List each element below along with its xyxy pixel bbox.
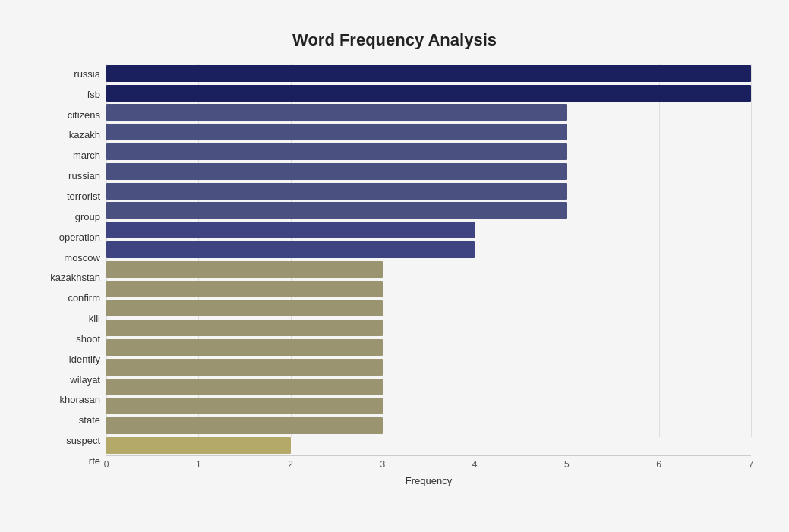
y-label-citizens: citizens (68, 110, 100, 120)
bar-row-terrorist (106, 181, 751, 201)
x-tick-7: 7 (749, 459, 754, 470)
bar-identify (106, 339, 383, 356)
x-tick-1: 1 (196, 459, 201, 470)
x-axis-label: Frequency (106, 475, 751, 490)
bar-rfe (106, 437, 291, 454)
bar-row-march (106, 142, 751, 162)
y-labels: russiafsbcitizenskazakhmarchrussianterro… (38, 64, 106, 490)
bars-area (106, 64, 751, 455)
bar-row-kill (106, 299, 751, 319)
bar-khorasan (106, 379, 383, 395)
y-label-rfe: rfe (89, 456, 100, 466)
y-label-state: state (79, 415, 100, 425)
bar-row-citizens (106, 103, 751, 123)
chart-container: Word Frequency Analysis russiafsbcitizen… (15, 15, 774, 532)
y-label-russian: russian (68, 171, 100, 181)
x-tick-4: 4 (472, 459, 478, 470)
y-label-shoot: shoot (76, 334, 100, 344)
bar-group (106, 202, 567, 219)
bar-row-kazakhstan (106, 260, 751, 279)
x-tick-0: 0 (104, 459, 109, 470)
x-tick-5: 5 (564, 459, 570, 470)
y-label-terrorist: terrorist (67, 191, 100, 201)
bar-row-kazakh (106, 122, 751, 142)
bar-russian (106, 163, 567, 180)
bar-row-identify (106, 338, 751, 357)
bar-row-suspect (106, 416, 751, 436)
bar-row-wilayat (106, 357, 751, 377)
y-label-group: group (75, 212, 100, 222)
x-axis: 01234567 (106, 455, 751, 474)
bar-kazakh (106, 124, 567, 140)
grid-line-7 (751, 64, 752, 437)
bar-citizens (106, 104, 567, 121)
bar-kill (106, 300, 383, 316)
bar-suspect (106, 417, 383, 434)
y-label-suspect: suspect (66, 436, 100, 445)
y-label-fsb: fsb (87, 90, 100, 99)
bar-row-group (106, 201, 751, 221)
x-tick-6: 6 (656, 459, 661, 470)
bar-fsb (106, 85, 751, 102)
bar-terrorist (106, 183, 567, 200)
bar-march (106, 143, 567, 160)
bar-row-confirm (106, 279, 751, 299)
bar-row-operation (106, 220, 751, 240)
bar-kazakhstan (106, 261, 383, 278)
bar-wilayat (106, 359, 383, 376)
plot-area: 01234567 Frequency (106, 64, 751, 490)
y-label-khorasan: khorasan (60, 395, 100, 405)
bar-row-khorasan (106, 377, 751, 397)
bar-row-russia (106, 64, 751, 83)
bar-row-russian (106, 162, 751, 181)
bar-row-fsb (106, 83, 751, 103)
x-tick-3: 3 (380, 459, 386, 470)
y-label-march: march (73, 150, 100, 160)
bar-row-shoot (106, 318, 751, 338)
bar-row-moscow (106, 240, 751, 260)
bar-moscow (106, 241, 475, 258)
y-label-moscow: moscow (64, 253, 100, 263)
chart-title: Word Frequency Analysis (38, 30, 751, 50)
y-label-kazakh: kazakh (69, 130, 100, 140)
chart-area: russiafsbcitizenskazakhmarchrussianterro… (38, 64, 751, 490)
y-label-kazakhstan: kazakhstan (50, 272, 100, 282)
y-label-kill: kill (89, 313, 100, 323)
bar-confirm (106, 281, 383, 297)
bar-state (106, 398, 383, 414)
bar-shoot (106, 320, 383, 336)
y-label-operation: operation (59, 232, 100, 242)
y-label-russia: russia (74, 69, 100, 79)
y-label-identify: identify (69, 354, 100, 364)
x-tick-2: 2 (288, 459, 293, 470)
bar-russia (106, 65, 751, 82)
bar-row-rfe (106, 436, 751, 455)
bar-operation (106, 222, 475, 238)
bar-row-state (106, 397, 751, 417)
y-label-confirm: confirm (68, 293, 100, 303)
y-label-wilayat: wilayat (70, 375, 100, 385)
